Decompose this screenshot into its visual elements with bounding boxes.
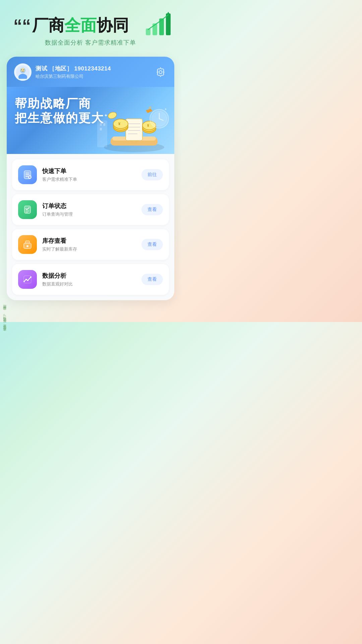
svg-rect-59 [24,276,31,283]
feature-desc-order-status: 订单查询与管理 [42,211,136,217]
svg-marker-11 [157,68,164,76]
feature-content-quick-order: 快速下单 客户需求精准下单 [42,167,136,182]
svg-point-56 [25,279,27,280]
avatar [14,63,32,81]
feature-desc-data-analysis: 数据直观好对比 [42,281,136,287]
card-header: 测试 ［地区］ 19012343214 哈尔滨第三制药有限公司 [7,57,174,87]
svg-point-12 [159,70,162,73]
feature-desc-quick-order: 客户需求精准下单 [42,176,136,182]
user-info: 测试 ［地区］ 19012343214 哈尔滨第三制药有限公司 [14,63,111,81]
feature-title-quick-order: 快速下单 [42,167,136,175]
feature-item-order-status: 订单状态 订单查询与管理 查看 [12,194,169,225]
feature-icon-quick-order [18,165,37,184]
svg-rect-3 [166,13,171,35]
feature-content-order-status: 订单状态 订单查询与管理 [42,202,136,217]
feature-btn-order-status[interactable]: 查看 [141,204,163,215]
settings-button[interactable] [154,66,167,78]
feature-item-inventory: 库存查看 实时了解最新库存 查看 [12,229,169,260]
feature-title-data-analysis: 数据分析 [42,272,136,280]
feature-item-data-analysis: 数据分析 数据直观好对比 查看 [12,264,169,295]
headline-green: 全面 [64,17,97,35]
svg-point-10 [23,69,24,70]
main-card: 测试 ［地区］ 19012343214 哈尔滨第三制药有限公司 [7,57,174,300]
feature-desc-inventory: 实时了解最新库存 [42,246,136,252]
feature-list: 快速下单 客户需求精准下单 前往 订单状态 [7,154,174,300]
feature-item-quick-order: 快速下单 客户需求精准下单 前往 [12,159,169,190]
feature-title-order-status: 订单状态 [42,202,136,210]
feature-content-data-analysis: 数据分析 数据直观好对比 [42,272,136,287]
banner-text: 帮助战略厂商 把生意做的更大 [15,96,166,125]
svg-rect-54 [26,245,28,247]
user-company: 哈尔滨第三制药有限公司 [36,73,111,79]
svg-point-9 [21,69,22,70]
top-section: ““ 厂商 全面 协同 数据全面分析 客户需求精准下单 [0,0,181,53]
feature-btn-data-analysis[interactable]: 查看 [141,274,163,285]
quote-mark: ““ [13,17,31,34]
banner: 帮助战略厂商 把生意做的更大 [7,87,174,154]
user-name-row: 测试 ［地区］ 19012343214 [36,65,111,72]
headline-part2: 协同 [97,17,129,35]
feature-icon-data-analysis [18,270,37,289]
feature-title-inventory: 库存查看 [42,237,136,245]
svg-point-57 [27,280,28,281]
user-details: 测试 ［地区］ 19012343214 哈尔滨第三制药有限公司 [36,65,111,79]
feature-content-inventory: 库存查看 实时了解最新库存 [42,237,136,252]
feature-icon-order-status [18,200,37,219]
feature-btn-quick-order[interactable]: 前往 [141,169,163,180]
arrow-decoration [144,10,174,40]
svg-rect-37 [100,128,102,130]
feature-icon-inventory [18,235,37,254]
headline-part1: 厂商 [32,17,64,35]
feature-btn-inventory[interactable]: 查看 [141,239,163,250]
page-container: 本图片仅供参考，图中内容为APP功能示意图 ““ 厂商 全面 协同 数据全面 [0,0,181,322]
watermark: 本图片仅供参考，图中内容为APP功能示意图 [3,310,7,322]
